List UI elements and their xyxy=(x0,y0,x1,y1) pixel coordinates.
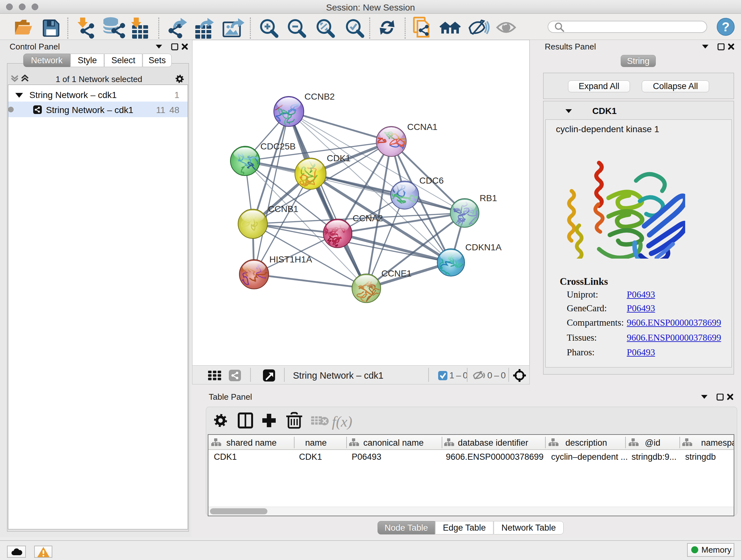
svg-text:CDC6: CDC6 xyxy=(419,176,444,186)
svg-text:CCNB2: CCNB2 xyxy=(305,91,335,102)
svg-text:database identifier: database identifier xyxy=(458,438,529,448)
svg-text:CDKN1A: CDKN1A xyxy=(465,242,502,252)
svg-text:canonical name: canonical name xyxy=(363,438,423,448)
svg-text:String Network – cdk1: String Network – cdk1 xyxy=(293,370,384,381)
svg-text:1 – 0: 1 – 0 xyxy=(449,370,468,380)
svg-text:CDC25B: CDC25B xyxy=(260,141,295,151)
svg-text:description: description xyxy=(565,438,607,448)
svg-text:CCNB1: CCNB1 xyxy=(268,204,298,214)
svg-text:namespace: namespace xyxy=(701,438,734,448)
svg-text:HIST1H1A: HIST1H1A xyxy=(269,254,312,264)
svg-text:CCNA1: CCNA1 xyxy=(407,122,437,132)
svg-text:CCNA2: CCNA2 xyxy=(353,213,383,223)
svg-text:@id: @id xyxy=(645,438,660,448)
svg-text:?: ? xyxy=(722,20,730,34)
svg-text:shared name: shared name xyxy=(226,438,277,448)
svg-text:RB1: RB1 xyxy=(480,193,497,203)
svg-text:0 – 0: 0 – 0 xyxy=(487,370,506,380)
svg-text:f(x): f(x) xyxy=(332,414,352,430)
svg-text:CDK1: CDK1 xyxy=(327,153,351,163)
svg-text:CCNE1: CCNE1 xyxy=(381,268,412,278)
svg-text:name: name xyxy=(305,438,327,448)
